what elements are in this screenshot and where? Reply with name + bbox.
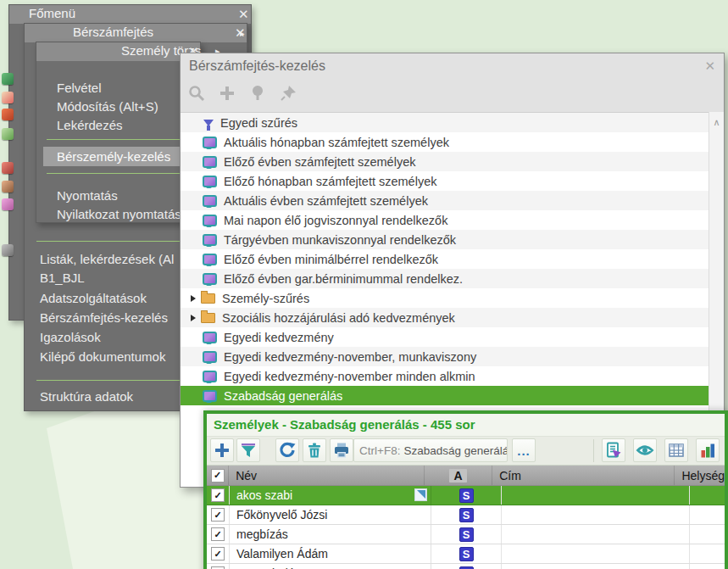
cube-icon[interactable] [2,198,14,210]
status-badge: S [459,547,474,561]
monitor-icon [203,137,217,148]
report-button[interactable] [602,438,625,462]
table-row[interactable]: ✓ megbízás S [207,525,725,544]
list-item[interactable]: Aktuális hónapban számfejtett személyek [181,132,709,152]
list-item-label: Aktuális évben számfejtett személyek [224,194,428,208]
box-icon[interactable] [2,162,14,174]
menu-item-nyomtatas[interactable]: Nyomtatás [36,187,200,205]
filter-button[interactable] [236,438,260,462]
column-header-nev[interactable]: Név [229,466,425,485]
list-item-selected[interactable]: Szabadság generálás [181,386,709,405]
menu-item-modositas[interactable]: Módosítás (Alt+S) [36,98,200,116]
fomenu-titlebar[interactable]: Főmenü ✕ [9,5,251,24]
view-button[interactable] [633,438,657,462]
search-icon[interactable] [186,82,208,104]
monitor-icon [203,371,217,382]
list-item-label: Előző évben gar.bérminimummal rendelkez. [224,272,463,286]
list-item-label: Szabadság generálás [224,389,342,403]
table-row[interactable]: ✓ teszt Aladár S [207,564,725,569]
filter-icon [203,120,214,126]
list-item[interactable]: Előző évben számfejtett személyek [181,152,709,171]
menu-item-felvetel[interactable]: Felvétel [36,79,200,98]
list-item[interactable]: Egyedi szűrés [181,113,709,132]
folder-icon [201,293,215,304]
berszamfejtes-titlebar[interactable]: Bérszámfejtés ✕ [25,24,247,42]
row-checkbox[interactable]: ✓ [207,486,230,505]
shortcut-action-button[interactable]: Ctrl+F8: Szabadság generálás [353,438,508,462]
row-checkbox[interactable]: ✓ [207,505,230,524]
list-item[interactable]: Egyedi kedvezmény-november minden alkmin [181,366,709,386]
monitor-icon [203,351,217,363]
gears-icon[interactable] [2,244,14,256]
row-checkbox[interactable]: ✓ [207,564,230,569]
status-badge: S [459,527,474,542]
monitor-icon [203,390,217,402]
list-item[interactable]: Előző hónapban számfejtett személyek [181,171,709,191]
table-row[interactable]: ✓ Valamilyen Ádám S [207,544,725,564]
add-icon[interactable] [216,82,238,104]
column-header-helyseg[interactable]: Helység [675,466,725,485]
list-item[interactable]: Aktuális évben számfejtett személyek [181,191,709,210]
check-icon: ✓ [214,510,221,521]
menu-item-nyilatkozat-nyomtatas[interactable]: Nyilatkozat nyomtatás [36,205,200,224]
column-header-a[interactable]: A [425,466,492,485]
list-item[interactable]: Személy-szűrés [181,288,709,308]
list-item-label: Előző hónapban számfejtett személyek [224,175,436,188]
print-button[interactable] [330,438,353,462]
monitor-icon [203,332,217,343]
list-item[interactable]: Egyedi kedvezmény-november, munkaviszony [181,347,709,366]
cell-helyseg [690,505,725,524]
menu-item-lekerdezes[interactable]: Lekérdezés [36,116,200,135]
list-item[interactable]: Tárgyévben munkaviszonnyal rendelkezők [181,230,709,249]
list-item[interactable]: Előző évben minimálbérrel rendelkezők [181,249,709,269]
toolbar-divider [593,439,594,462]
table-row[interactable]: ✓ Főkönyvelő Józsi S [207,505,725,525]
list-item-label: Egyedi szűrés [220,116,297,130]
bar-chart-icon [698,441,717,460]
scroll-up-icon[interactable]: ∧ [709,117,724,128]
eye-icon [636,441,654,460]
monitor-icon [203,195,217,207]
row-checkbox[interactable]: ✓ [207,525,230,544]
cell-helyseg [690,525,725,544]
select-all-checkbox[interactable]: ✓ [207,466,229,485]
list-item[interactable]: Előző évben gar.bérminimummal rendelkez. [181,269,709,288]
tree-icon[interactable] [247,82,269,104]
cell-name: akos szabi [236,488,292,502]
list-item[interactable]: Mai napon élő jogviszonnyal rendelkezők [181,210,709,230]
cell-name: Főkönyvelő Józsi [236,508,327,522]
add-row-button[interactable] [210,438,234,462]
close-icon[interactable]: ✕ [704,59,715,74]
row-checkbox[interactable]: ✓ [207,544,230,563]
panel-toolbar: Ctrl+F8: Szabadság generálás ... [207,436,725,466]
expander-icon[interactable] [191,315,196,321]
close-icon[interactable]: ✕ [238,7,249,22]
menu-item-berszemely-kezeles[interactable]: Bérszemély-kezelés [43,147,198,166]
globe-icon[interactable] [2,73,14,85]
book-icon[interactable] [2,109,14,120]
cell-cim [502,525,690,544]
banknotes-icon[interactable] [2,128,14,140]
panel-szemelyek: Személyek - Szabadság generálás - 455 so… [203,410,728,569]
cell-name: Valamilyen Ádám [236,547,328,561]
pin-icon[interactable] [277,82,299,104]
check-icon: ✓ [214,490,221,501]
list-item[interactable]: Szociális hozzájárulási adó kedvezmények [181,308,709,327]
badge-icon[interactable] [2,92,14,103]
szemely-torzs-titlebar[interactable]: Személy törzs ✕ [36,42,200,61]
cell-helyseg [690,564,725,569]
refresh-button[interactable] [275,438,299,462]
delete-button[interactable] [303,438,326,462]
grid-view-button[interactable] [664,438,688,462]
expander-icon[interactable] [191,295,196,302]
dialog-header: Bérszámfejtés-kezelés ✕ [181,53,724,113]
list-item[interactable]: Egyedi kedvezmény [181,327,709,347]
chart-button[interactable] [696,438,720,462]
more-actions-button[interactable]: ... [512,438,536,462]
column-header-cim[interactable]: Cím [492,466,675,485]
monitor-icon [203,215,217,226]
person-icon[interactable] [2,181,14,192]
trash-icon [305,441,324,460]
list-item-label: Egyedi kedvezmény [224,331,334,344]
table-row-selected[interactable]: ✓ akos szabi S [207,486,725,505]
